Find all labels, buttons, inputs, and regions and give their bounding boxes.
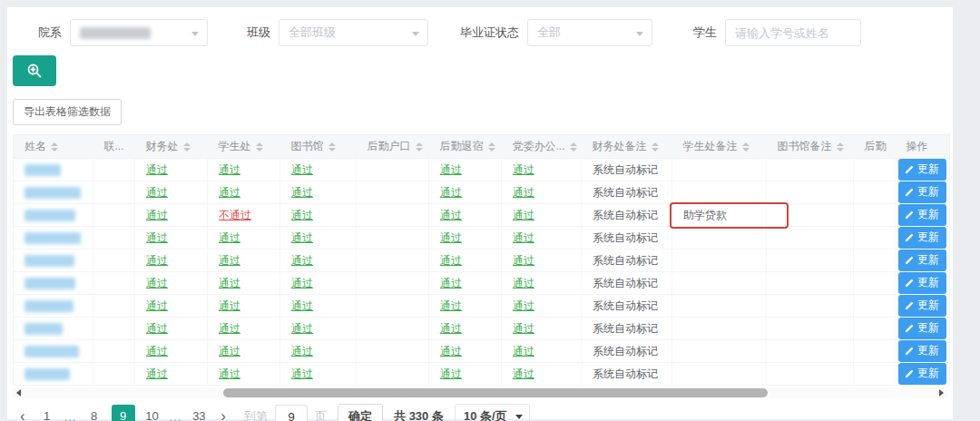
status-pass-link[interactable]: 通过: [219, 345, 240, 357]
status-pass-link[interactable]: 通过: [146, 322, 168, 335]
column-header-finance_note[interactable]: 财务处备注: [582, 135, 672, 159]
status-pass-link[interactable]: 通过: [291, 231, 313, 244]
status-pass-link[interactable]: 通过: [291, 322, 313, 335]
page-number-9[interactable]: 9: [112, 405, 135, 421]
column-header-party_office[interactable]: 党委办公...: [502, 135, 582, 159]
sort-icon[interactable]: [570, 142, 577, 152]
status-pass-link[interactable]: 通过: [291, 345, 313, 357]
status-pass-link[interactable]: 通过: [513, 345, 534, 357]
update-button[interactable]: 更新: [898, 340, 946, 362]
status-pass-link[interactable]: 通过: [291, 163, 313, 176]
page-number-33[interactable]: 33: [187, 405, 211, 421]
class-select[interactable]: 全部班级: [279, 19, 428, 46]
status-pass-link[interactable]: 通过: [291, 299, 313, 312]
status-pass-link[interactable]: 通过: [440, 186, 462, 199]
goto-page-input[interactable]: [275, 405, 308, 421]
status-pass-link[interactable]: 通过: [146, 345, 168, 357]
department-select[interactable]: [70, 19, 208, 46]
status-pass-link[interactable]: 通过: [219, 163, 240, 176]
sort-icon[interactable]: [837, 142, 844, 152]
status-pass-link[interactable]: 通过: [146, 186, 168, 199]
column-header-library_note[interactable]: 图书馆备注: [767, 135, 854, 159]
sort-icon[interactable]: [183, 142, 191, 152]
status-pass-link[interactable]: 通过: [513, 231, 534, 244]
certificate-status-select[interactable]: 全部: [527, 19, 652, 46]
column-header-student_affairs[interactable]: 学生处: [208, 135, 280, 159]
column-header-library[interactable]: 图书馆: [280, 135, 357, 159]
status-pass-link[interactable]: 通过: [219, 254, 240, 267]
status-pass-link[interactable]: 通过: [291, 277, 313, 289]
export-table-button[interactable]: 导出表格筛选数据: [13, 99, 122, 125]
sort-icon[interactable]: [256, 142, 263, 152]
next-page-icon[interactable]: ›: [213, 405, 233, 421]
status-pass-link[interactable]: 通过: [440, 231, 462, 244]
confirm-button[interactable]: 确定: [338, 404, 383, 421]
sort-icon[interactable]: [742, 142, 750, 152]
status-pass-link[interactable]: 通过: [440, 209, 462, 221]
status-pass-link[interactable]: 通过: [440, 277, 462, 289]
column-header-name[interactable]: 姓名: [14, 135, 93, 159]
status-pass-link[interactable]: 通过: [146, 367, 168, 380]
status-pass-link[interactable]: 通过: [513, 299, 534, 312]
update-button[interactable]: 更新: [898, 204, 946, 226]
update-button[interactable]: 更新: [898, 159, 946, 181]
status-pass-link[interactable]: 通过: [513, 277, 534, 289]
page-number-10[interactable]: 10: [141, 405, 164, 421]
status-pass-link[interactable]: 通过: [146, 254, 168, 267]
sort-icon[interactable]: [51, 142, 58, 152]
update-button[interactable]: 更新: [898, 295, 946, 317]
student-search-input[interactable]: [725, 19, 861, 46]
column-header-logistics_dorm[interactable]: 后勤退宿: [429, 135, 502, 159]
scroll-right-arrow-icon[interactable]: [939, 389, 944, 397]
status-pass-link[interactable]: 通过: [146, 231, 168, 244]
update-button[interactable]: 更新: [898, 250, 946, 271]
status-fail-link[interactable]: 不通过: [219, 209, 251, 221]
status-pass-link[interactable]: 通过: [440, 299, 462, 312]
status-pass-link[interactable]: 通过: [219, 299, 240, 312]
status-pass-link[interactable]: 通过: [291, 186, 313, 199]
sort-icon[interactable]: [488, 142, 495, 152]
horizontal-scrollbar[interactable]: [13, 387, 947, 398]
status-pass-link[interactable]: 通过: [440, 345, 462, 357]
status-pass-link[interactable]: 通过: [440, 322, 462, 335]
status-pass-link[interactable]: 通过: [219, 277, 240, 289]
search-button[interactable]: [13, 55, 56, 86]
page-number-1[interactable]: 1: [35, 405, 59, 421]
status-pass-link[interactable]: 通过: [513, 186, 534, 199]
status-pass-link[interactable]: 通过: [146, 299, 168, 312]
column-header-logistics_hukou[interactable]: 后勤户口: [357, 135, 429, 159]
status-pass-link[interactable]: 通过: [219, 322, 240, 335]
status-pass-link[interactable]: 通过: [219, 231, 240, 244]
page-size-select[interactable]: 10 条/页: [455, 404, 530, 421]
status-pass-link[interactable]: 通过: [219, 367, 240, 380]
prev-page-icon[interactable]: ‹: [13, 405, 33, 421]
sort-icon[interactable]: [328, 142, 336, 152]
sort-icon[interactable]: [416, 142, 423, 152]
scroll-left-arrow-icon[interactable]: [16, 389, 21, 397]
update-button[interactable]: 更新: [898, 318, 946, 339]
status-pass-link[interactable]: 通过: [146, 277, 168, 289]
status-pass-link[interactable]: 通过: [513, 367, 534, 380]
status-pass-link[interactable]: 通过: [291, 254, 313, 267]
status-pass-link[interactable]: 通过: [146, 163, 168, 176]
column-header-finance[interactable]: 财务处: [135, 135, 208, 159]
update-button[interactable]: 更新: [898, 272, 946, 294]
scrollbar-thumb[interactable]: [223, 388, 768, 397]
status-pass-link[interactable]: 通过: [513, 209, 534, 221]
update-button[interactable]: 更新: [898, 181, 946, 203]
sort-icon[interactable]: [652, 142, 659, 152]
status-pass-link[interactable]: 通过: [219, 186, 240, 199]
update-button[interactable]: 更新: [898, 363, 946, 385]
update-button[interactable]: 更新: [898, 227, 946, 249]
column-header-student_affairs_note[interactable]: 学生处备注: [672, 135, 767, 159]
status-pass-link[interactable]: 通过: [440, 163, 462, 176]
status-pass-link[interactable]: 通过: [513, 322, 534, 335]
status-pass-link[interactable]: 通过: [513, 163, 534, 176]
page-number-8[interactable]: 8: [83, 405, 106, 421]
status-pass-link[interactable]: 通过: [291, 209, 313, 221]
status-pass-link[interactable]: 通过: [440, 367, 462, 380]
status-pass-link[interactable]: 通过: [440, 254, 462, 267]
status-pass-link[interactable]: 通过: [146, 209, 168, 221]
status-pass-link[interactable]: 通过: [291, 367, 313, 380]
status-pass-link[interactable]: 通过: [513, 254, 534, 267]
